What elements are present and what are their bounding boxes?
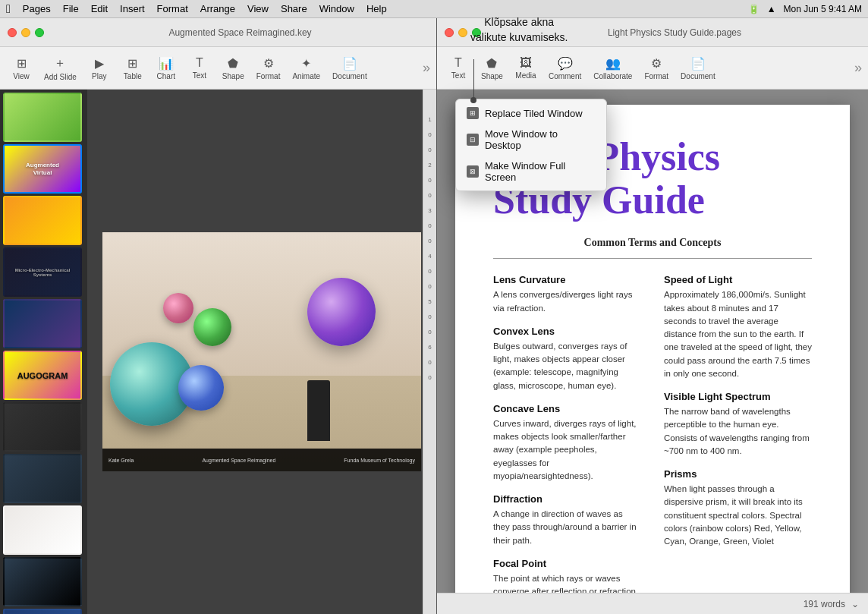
slide-sphere-green [193, 308, 231, 346]
doc-subtitle: Common Terms and Concepts [493, 237, 812, 249]
toolbar-shape-pages[interactable]: ⬟ Shape [476, 53, 508, 83]
slide-sphere-pink [163, 293, 193, 323]
context-menu-item-replace[interactable]: ⊞ Replace Tiled Window [456, 102, 606, 124]
fullscreen-button-keynote[interactable] [35, 28, 44, 37]
slide-thumb-10[interactable] [3, 557, 82, 606]
slide-sphere-purple [307, 278, 376, 346]
menu-pages[interactable]: Pages [23, 3, 51, 14]
datetime: Mon Jun 5 9:41 AM [784, 4, 862, 14]
toolbar-play[interactable]: ▶ Play [84, 53, 115, 83]
slide-thumb-8[interactable] [3, 454, 82, 503]
keynote-titlebar: Augmented Space Reimagined.key [0, 18, 436, 47]
menu-edit[interactable]: Edit [91, 3, 108, 14]
keynote-body: AugmentedVirtual Micro-Electro-Mechanica… [0, 90, 436, 614]
pages-toolbar: T Text ⬟ Shape 🖼 Media 💬 Comment 👥 Colla… [437, 47, 868, 90]
def-lens-curvature: A lens converges/diverges light rays via… [493, 288, 641, 315]
document-icon-pages: 📄 [690, 56, 706, 71]
term-speed: Speed of Light [664, 274, 812, 285]
def-speed: Approximately 186,000mi/s. Sunlight take… [664, 288, 812, 380]
chart-icon: 📊 [159, 56, 174, 71]
toolbar-shape-label-pages: Shape [481, 72, 503, 80]
toolbar-document-keynote[interactable]: 📄 Document [328, 53, 372, 83]
slide-thumb-1[interactable] [3, 93, 82, 142]
menu-help[interactable]: Help [366, 3, 387, 14]
menu-view[interactable]: View [247, 3, 269, 14]
menu-file[interactable]: File [63, 3, 79, 14]
toolbar-format-pages[interactable]: ⚙ Format [640, 53, 673, 83]
battery-icon: 🔋 [748, 4, 760, 14]
animate-icon: ✦ [301, 56, 311, 71]
def-prisms: When light passes through a dispersive p… [664, 483, 812, 548]
minimize-button-keynote[interactable] [21, 28, 30, 37]
def-convex: Bulges outward, converges rays of light,… [493, 340, 641, 392]
doc-col-right: Speed of Light Approximately 186,000mi/s… [664, 274, 812, 593]
doc-entry-prisms: Prisms When light passes through a dispe… [664, 468, 812, 548]
toolbar-view[interactable]: ⊞ View [6, 53, 36, 83]
slide-thumb-6[interactable]: AUGOGRAM [3, 351, 82, 400]
toolbar-expand-pages[interactable]: » [854, 60, 862, 76]
toolbar-format-keynote[interactable]: ⚙ Format [252, 53, 285, 83]
toolbar-collaborate[interactable]: 👥 Collaborate [589, 53, 637, 83]
caption-center: Augmented Space Reimagined [202, 458, 275, 463]
slide-thumb-9[interactable] [3, 505, 82, 555]
toolbar-text[interactable]: T Text [184, 53, 215, 83]
add-slide-icon: ＋ [54, 55, 66, 71]
slide-caption: Kate Grela Augmented Space Reimagined Fu… [102, 449, 421, 471]
menu-arrange[interactable]: Arrange [200, 3, 235, 14]
main-slide: Kate Grela Augmented Space Reimagined Fu… [102, 232, 421, 471]
word-count-chevron[interactable]: ⌄ [851, 599, 859, 609]
tooltip-line-arrow [473, 59, 474, 99]
context-menu-item-fullscreen[interactable]: ⊠ Make Window Full Screen [456, 156, 606, 187]
replace-tiled-icon: ⊞ [467, 107, 479, 119]
slide-thumb-5[interactable] [3, 299, 82, 348]
caption-left: Kate Grela [108, 458, 134, 463]
toolbar-play-label: Play [92, 72, 106, 80]
context-menu-item-move[interactable]: ⊟ Move Window to Desktop [456, 124, 606, 156]
def-diffraction: A change in direction of waves as they p… [493, 508, 641, 547]
caption-right: Funda Museum of Technology [344, 458, 415, 463]
doc-entry-speed: Speed of Light Approximately 186,000mi/s… [664, 274, 812, 380]
menu-insert[interactable]: Insert [120, 3, 145, 14]
slide-thumb-3[interactable] [3, 196, 82, 245]
format-icon-pages: ⚙ [651, 56, 662, 71]
keynote-toolbar: ⊞ View ＋ Add Slide ▶ Play ⊞ Table 📊 Char… [0, 47, 436, 90]
pages-window-title: Light Physics Study Guide.pages [489, 27, 860, 38]
toolbar-comment-label: Comment [549, 72, 581, 80]
toolbar-add-slide[interactable]: ＋ Add Slide [39, 52, 81, 84]
minimize-button-pages[interactable] [458, 28, 467, 37]
apple-menu[interactable]:  [6, 2, 11, 16]
close-button-pages[interactable] [445, 28, 454, 37]
toolbar-comment[interactable]: 💬 Comment [544, 53, 586, 83]
slide-thumb-2[interactable]: AugmentedVirtual [3, 144, 82, 194]
toolbar-text-pages[interactable]: T Text [443, 53, 473, 83]
tooltip-dot [470, 97, 476, 103]
slide-panel[interactable]: AugmentedVirtual Micro-Electro-Mechanica… [0, 90, 87, 614]
toolbar-document-label-keynote: Document [332, 72, 367, 80]
context-menu: ⊞ Replace Tiled Window ⊟ Move Window to … [455, 99, 607, 191]
toolbar-animate[interactable]: ✦ Animate [288, 53, 325, 83]
toolbar-document-pages[interactable]: 📄 Document [676, 53, 720, 83]
toolbar-collaborate-label: Collaborate [593, 72, 632, 80]
term-focal: Focal Point [493, 558, 641, 569]
toolbar-view-label: View [13, 72, 30, 80]
move-desktop-icon: ⊟ [467, 134, 479, 146]
toolbar-expand-keynote[interactable]: » [423, 60, 430, 76]
slide-thumb-7[interactable] [3, 402, 82, 452]
doc-entry-concave: Concave Lens Curves inward, diverges ray… [493, 403, 641, 483]
doc-entry-diffraction: Diffraction A change in direction of wav… [493, 493, 641, 547]
toolbar-media[interactable]: 🖼 Media [511, 53, 541, 83]
slide-thumb-4[interactable]: Micro-Electro-Mechanical Systems [3, 247, 82, 297]
view-icon: ⊞ [17, 56, 27, 71]
fullscreen-button-pages[interactable] [472, 28, 481, 37]
menu-share[interactable]: Share [281, 3, 307, 14]
menu-format[interactable]: Format [157, 3, 188, 14]
close-button-keynote[interactable] [8, 28, 17, 37]
toolbar-shape-label: Shape [222, 72, 244, 80]
menu-window[interactable]: Window [319, 3, 354, 14]
slide-thumb-11[interactable] [3, 609, 82, 614]
toolbar-table[interactable]: ⊞ Table [118, 53, 148, 83]
toolbar-format-label-pages: Format [644, 72, 668, 80]
toolbar-text-label: Text [193, 71, 206, 80]
toolbar-shape[interactable]: ⬟ Shape [218, 53, 249, 83]
toolbar-chart[interactable]: 📊 Chart [151, 53, 181, 83]
